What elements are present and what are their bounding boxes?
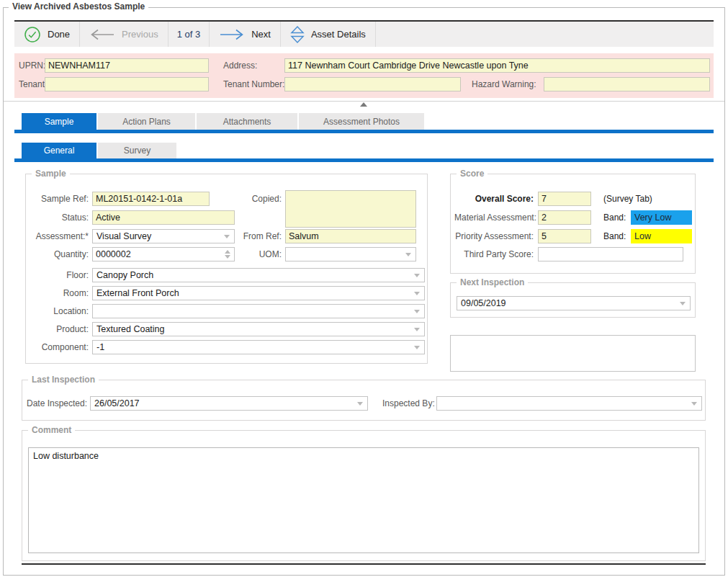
date-inspected-dropdown[interactable]: 26/05/2017 bbox=[90, 396, 368, 411]
location-label: Location: bbox=[30, 304, 89, 318]
done-button[interactable]: Done bbox=[14, 22, 79, 47]
room-label: Room: bbox=[30, 286, 89, 300]
last-inspection-groupbox-title: Last Inspection bbox=[28, 375, 99, 385]
material-band-label: Band: bbox=[603, 210, 626, 225]
inspected-by-dropdown[interactable] bbox=[436, 396, 702, 411]
third-party-score-label: Third Party Score: bbox=[454, 247, 534, 261]
tenant-field[interactable] bbox=[45, 77, 209, 91]
comment-textarea[interactable]: Low disturbance bbox=[28, 447, 699, 553]
quantity-stepper[interactable] bbox=[92, 247, 235, 261]
tab-survey[interactable]: Survey bbox=[98, 143, 176, 158]
product-label: Product: bbox=[30, 322, 89, 336]
date-inspected-label: Date Inspected: bbox=[27, 396, 87, 411]
floor-label: Floor: bbox=[30, 268, 89, 282]
hazard-warning-label: Hazard Warning: bbox=[472, 77, 536, 91]
material-band-indicator: Very Low bbox=[631, 210, 692, 225]
tab-attachments[interactable]: Attachments bbox=[197, 113, 297, 130]
dropdown-arrow-icon bbox=[405, 253, 411, 256]
tab-action-plans[interactable]: Action Plans bbox=[98, 113, 195, 130]
material-assessment-label: Material Assessment: bbox=[454, 210, 534, 225]
uprn-label: UPRN: bbox=[19, 58, 45, 73]
room-dropdown[interactable]: External Front Porch bbox=[92, 286, 425, 300]
bottom-divider bbox=[22, 563, 706, 565]
uom-label: UOM: bbox=[224, 247, 282, 261]
uom-dropdown[interactable] bbox=[285, 247, 416, 261]
uprn-field[interactable] bbox=[45, 58, 209, 73]
product-dropdown[interactable]: Textured Coating bbox=[92, 322, 425, 336]
next-inspection-date-value: 09/05/2019 bbox=[461, 298, 506, 308]
tenant-label: Tenant: bbox=[19, 77, 47, 91]
next-button-label: Next bbox=[251, 29, 271, 40]
empty-panel bbox=[450, 335, 696, 372]
sample-ref-field[interactable] bbox=[92, 192, 210, 206]
window-title: View Archived Asbestos Sample bbox=[9, 1, 148, 12]
asset-details-icon bbox=[290, 25, 305, 44]
hazard-warning-field[interactable] bbox=[544, 77, 710, 91]
address-label: Address: bbox=[223, 58, 257, 73]
comment-groupbox-title: Comment bbox=[28, 425, 75, 435]
assessment-value: Visual Survey bbox=[96, 231, 151, 241]
from-ref-label: From Ref: bbox=[224, 229, 282, 243]
address-field[interactable] bbox=[284, 58, 710, 73]
quantity-field[interactable] bbox=[93, 248, 221, 261]
next-button[interactable]: Next bbox=[210, 22, 280, 47]
overall-score-field[interactable] bbox=[538, 192, 591, 206]
next-inspection-groupbox-title: Next Inspection bbox=[457, 277, 528, 287]
material-assessment-field[interactable] bbox=[538, 210, 591, 225]
collapse-expander-icon[interactable] bbox=[360, 102, 367, 107]
dropdown-arrow-icon bbox=[414, 310, 420, 313]
tab-sample[interactable]: Sample bbox=[22, 113, 96, 130]
toolbar-separator bbox=[375, 22, 376, 47]
asset-details-button[interactable]: Asset Details bbox=[281, 22, 375, 47]
inspected-by-label: Inspected By: bbox=[382, 396, 435, 411]
third-party-score-field[interactable] bbox=[538, 247, 683, 261]
done-check-icon bbox=[24, 26, 41, 43]
dropdown-arrow-icon bbox=[680, 302, 686, 305]
next-inspection-groupbox: Next Inspection 09/05/2019 bbox=[450, 282, 696, 318]
dropdown-arrow-icon bbox=[414, 328, 420, 331]
priority-band-label: Band: bbox=[603, 229, 626, 243]
priority-band-indicator: Low bbox=[631, 229, 692, 243]
record-position-indicator: 1 of 3 bbox=[168, 22, 210, 47]
next-inspection-date-dropdown[interactable]: 09/05/2019 bbox=[457, 296, 691, 310]
status-field[interactable] bbox=[92, 210, 235, 225]
next-arrow-icon bbox=[219, 28, 245, 41]
product-value: Textured Coating bbox=[96, 324, 165, 334]
asset-details-button-label: Asset Details bbox=[311, 29, 366, 40]
tab-assessment-photos[interactable]: Assessment Photos bbox=[299, 113, 424, 130]
sample-groupbox-title: Sample bbox=[32, 169, 70, 179]
component-label: Component: bbox=[30, 340, 89, 354]
room-value: External Front Porch bbox=[96, 288, 179, 298]
priority-assessment-field[interactable] bbox=[538, 229, 591, 243]
priority-assessment-label: Priority Assessment: bbox=[454, 229, 534, 243]
previous-button[interactable]: Previous bbox=[80, 22, 168, 47]
sample-ref-label: Sample Ref: bbox=[30, 192, 89, 206]
dropdown-arrow-icon bbox=[357, 402, 363, 406]
done-button-label: Done bbox=[48, 29, 70, 40]
previous-arrow-icon bbox=[89, 28, 115, 41]
location-dropdown[interactable] bbox=[92, 304, 425, 318]
component-dropdown[interactable]: -1 bbox=[92, 340, 425, 354]
sample-groupbox: Sample Sample Ref: Copied: Status: Asses… bbox=[25, 174, 428, 364]
floor-value: Canopy Porch bbox=[96, 270, 153, 280]
tab-general[interactable]: General bbox=[22, 143, 96, 158]
copied-field[interactable] bbox=[285, 190, 416, 228]
status-label: Status: bbox=[30, 210, 89, 225]
dropdown-arrow-icon bbox=[414, 346, 420, 349]
last-inspection-groupbox: Last Inspection Date Inspected: 26/05/20… bbox=[22, 380, 706, 421]
dropdown-arrow-icon bbox=[414, 274, 420, 277]
from-ref-field[interactable] bbox=[285, 229, 416, 243]
assessment-label: Assessment:* bbox=[30, 229, 89, 243]
sub-tab-underline bbox=[14, 158, 714, 162]
overall-score-label: Overall Score: bbox=[454, 192, 534, 206]
score-groupbox: Score Overall Score: (Survey Tab) Materi… bbox=[450, 174, 696, 274]
dropdown-arrow-icon bbox=[691, 402, 697, 406]
main-tab-underline bbox=[14, 130, 714, 133]
overall-score-note: (Survey Tab) bbox=[603, 192, 652, 206]
floor-dropdown[interactable]: Canopy Porch bbox=[92, 268, 425, 282]
tenant-number-label: Tenant Number: bbox=[223, 77, 284, 91]
tenant-number-field[interactable] bbox=[284, 77, 461, 91]
assessment-dropdown[interactable]: Visual Survey bbox=[92, 229, 235, 243]
asset-header-panel: UPRN: Address: Tenant: Tenant Number: Ha… bbox=[14, 53, 714, 98]
previous-button-label: Previous bbox=[122, 29, 158, 40]
